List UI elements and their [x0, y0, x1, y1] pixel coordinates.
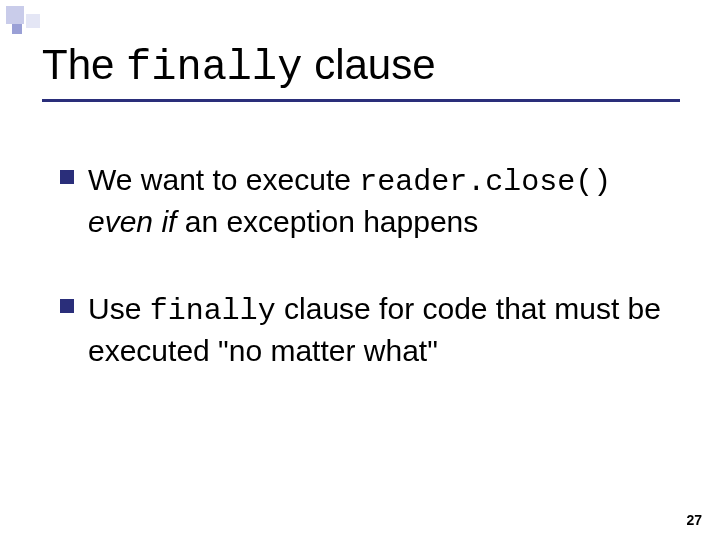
- bullet-marker-icon: [60, 170, 74, 184]
- bullet-text-mono: reader.close(): [359, 165, 611, 199]
- bullet-text-italic: even if: [88, 205, 176, 238]
- bullet-text-mono: finally: [150, 294, 276, 328]
- page-number: 27: [686, 512, 702, 528]
- bullet-item: Use finally clause for code that must be…: [60, 289, 670, 370]
- title-text-post: clause: [302, 41, 435, 88]
- bullet-marker-icon: [60, 299, 74, 313]
- slide-body: We want to execute reader.close() even i…: [60, 160, 670, 418]
- title-underline: [42, 99, 680, 102]
- bullet-text-pre: We want to execute: [88, 163, 359, 196]
- title-area: The finally clause: [42, 42, 680, 102]
- slide-title: The finally clause: [42, 42, 680, 97]
- slide: The finally clause We want to execute re…: [0, 0, 720, 540]
- title-text-mono: finally: [126, 44, 302, 92]
- title-text-pre: The: [42, 41, 126, 88]
- bullet-item: We want to execute reader.close() even i…: [60, 160, 670, 241]
- bullet-text: Use finally clause for code that must be…: [88, 289, 670, 370]
- bullet-text-rest: an exception happens: [176, 205, 478, 238]
- bullet-text-pre: Use: [88, 292, 150, 325]
- bullet-text: We want to execute reader.close() even i…: [88, 160, 670, 241]
